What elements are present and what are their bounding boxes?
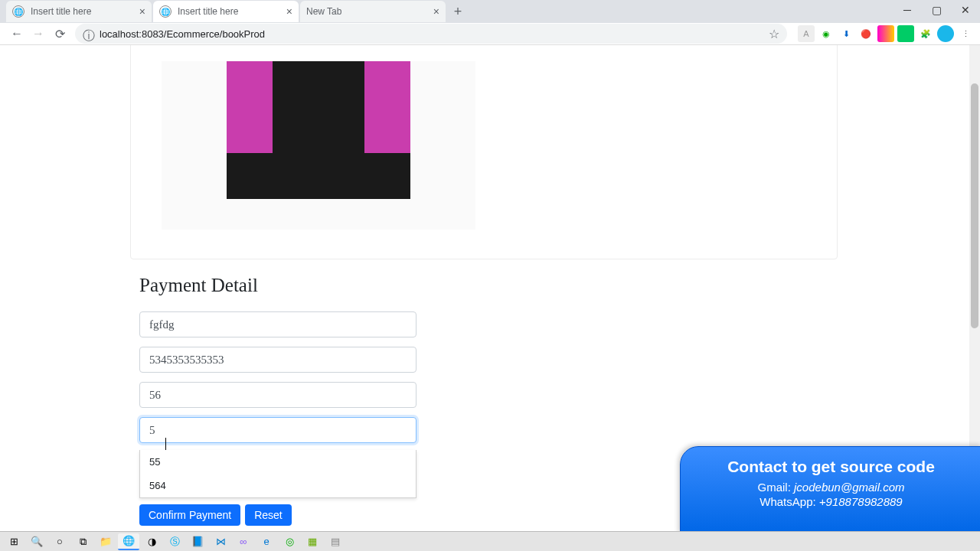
extensions-icon[interactable]: 🧩 [917,25,934,42]
window-maximize[interactable]: ▢ [922,0,951,20]
browser-chrome: ─ ▢ ✕ 🌐 Insert title here × 🌐 Insert tit… [0,0,980,45]
close-icon[interactable]: × [286,5,292,18]
edge-icon[interactable]: e [256,533,277,550]
address-bar: ← → ⟳ ⓘ ☆ A ◉ ⬇ 🔴 🧩 ⋮ [0,23,980,45]
product-image [162,61,475,230]
bookmark-star-icon[interactable]: ☆ [769,27,779,41]
tab-title: Insert title here [178,6,286,17]
payment-section: Payment Detail 55 564 Confirm Payment Re… [139,275,675,526]
card-number-input[interactable] [139,347,416,373]
app-icon[interactable]: ▤ [325,533,346,550]
extensions: A ◉ ⬇ 🔴 🧩 ⋮ [798,25,974,42]
globe-icon: 🌐 [159,5,172,18]
scrollbar-thumb[interactable] [971,83,978,328]
window-minimize[interactable]: ─ [893,0,922,20]
start-button[interactable]: ⊞ [3,533,24,550]
browser-tab-0[interactable]: 🌐 Insert title here × [6,1,152,22]
contact-title: Contact to get source code [681,458,980,476]
jacket-image [211,61,426,230]
forward-button[interactable]: → [28,23,49,44]
window-close[interactable]: ✕ [951,0,980,20]
whatsapp-label: WhatsApp: [760,495,819,508]
skype-icon[interactable]: Ⓢ [164,533,185,550]
chrome-icon[interactable]: 🌐 [118,533,139,550]
app-icon[interactable]: ▦ [302,533,323,550]
autocomplete-option[interactable]: 564 [140,474,416,497]
contact-source-code-box: Contact to get source code Gmail: jcodeb… [680,446,980,534]
ext-icon[interactable]: 🔴 [858,25,874,42]
form-buttons: Confirm Payment Reset [139,504,675,526]
whatsapp-value: +918878982889 [819,495,903,508]
gmail-label: Gmail: [758,481,795,494]
url-input[interactable] [100,28,764,40]
globe-icon: 🌐 [12,5,24,18]
notepad-icon[interactable]: 📘 [187,533,208,550]
back-button[interactable]: ← [6,23,28,44]
autocomplete-option[interactable]: 55 [140,450,416,474]
ext-icon[interactable] [877,25,894,42]
contact-gmail: Gmail: jcodebun@gmail.com [681,481,980,494]
task-view-icon[interactable]: ⧉ [72,533,93,550]
file-explorer-icon[interactable]: 📁 [95,533,116,550]
search-icon[interactable]: 🔍 [26,533,47,550]
close-icon[interactable]: × [139,5,145,18]
product-card [130,45,838,259]
visualstudio-icon[interactable]: ∞ [233,533,254,550]
browser-tab-2[interactable]: New Tab × [300,1,446,22]
tab-bar: 🌐 Insert title here × 🌐 Insert title her… [0,0,980,23]
eclipse-icon[interactable]: ◑ [141,533,162,550]
gmail-value: jcodebun@gmail.com [794,481,904,494]
tab-title: Insert title here [31,6,139,17]
autocomplete-dropdown: 55 564 [139,450,416,498]
info-icon: ⓘ [83,28,93,39]
close-icon[interactable]: × [433,5,439,18]
cortana-icon[interactable]: ○ [49,533,70,550]
tab-title: New Tab [306,6,433,17]
reload-button[interactable]: ⟳ [49,23,70,44]
cvv-input[interactable] [139,417,416,443]
cardholder-name-input[interactable] [139,311,416,337]
reset-button[interactable]: Reset [245,504,292,526]
ext-icon[interactable]: ◉ [818,25,835,42]
url-box[interactable]: ⓘ ☆ [75,24,787,44]
ext-icon[interactable] [897,25,914,42]
contact-whatsapp: WhatsApp: +918878982889 [681,495,980,508]
browser-tab-1[interactable]: 🌐 Insert title here × [153,1,299,22]
ext-icon[interactable]: ⬇ [838,25,854,42]
app-icon[interactable]: ◎ [279,533,300,550]
window-controls: ─ ▢ ✕ [893,0,980,20]
payment-heading: Payment Detail [139,275,675,296]
windows-taskbar: ⊞ 🔍 ○ ⧉ 📁 🌐 ◑ Ⓢ 📘 ⋈ ∞ e ◎ ▦ ▤ [0,531,980,551]
ext-icon[interactable]: A [798,25,815,42]
confirm-payment-button[interactable]: Confirm Payment [139,504,240,526]
profile-avatar[interactable] [937,25,954,42]
menu-icon[interactable]: ⋮ [957,25,974,42]
new-tab-button[interactable]: + [447,1,469,22]
expiry-input[interactable] [139,382,416,408]
vscode-icon[interactable]: ⋈ [210,533,231,550]
